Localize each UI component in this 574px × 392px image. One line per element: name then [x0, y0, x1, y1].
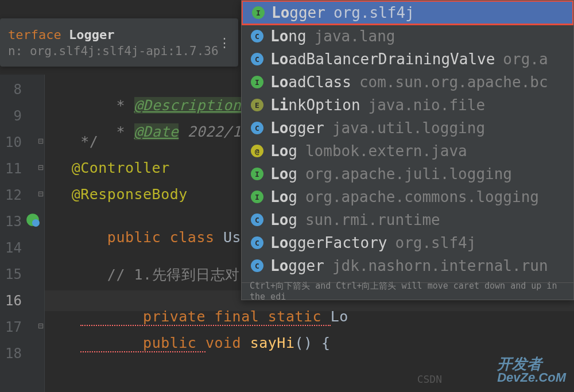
- keyword: void: [205, 335, 250, 351]
- completion-package: org.apache.commons.logging: [305, 188, 539, 205]
- kind-icon: I: [251, 191, 263, 203]
- annotation: @ResponseBody: [45, 186, 188, 203]
- watermark-line: DevZe.CoM: [497, 371, 566, 384]
- completion-item[interactable]: CLoadBalancerDrainingValveorg.a: [242, 48, 573, 71]
- line-number: 15: [0, 266, 22, 282]
- line-number: 13: [0, 214, 22, 230]
- completion-item[interactable]: CLongjava.lang: [242, 25, 573, 48]
- kind-icon: I: [251, 76, 263, 88]
- completion-package: org.slf4j: [395, 234, 476, 251]
- keyword: public: [80, 229, 170, 246]
- completion-name: LoadBalancerDrainingValve: [270, 51, 495, 68]
- line-number: 14: [0, 240, 22, 256]
- completion-name: Log: [270, 165, 297, 183]
- line-number: 9: [0, 108, 22, 124]
- code-text: () {: [294, 335, 330, 351]
- completion-package: java.util.logging: [332, 119, 485, 137]
- kind-icon: C: [251, 30, 263, 42]
- comment: // 1.先得到日志对: [45, 265, 240, 284]
- devze-watermark: 开发者 DevZe.CoM: [497, 356, 566, 384]
- keyword: public: [80, 335, 205, 352]
- completion-item[interactable]: CLoggerFactoryorg.slf4j: [242, 231, 573, 254]
- completion-hint: Ctrl+向下箭头 and Ctrl+向上箭头 will move caret …: [242, 282, 573, 300]
- fold-icon[interactable]: ⊟: [38, 188, 44, 199]
- completion-package: java.nio.file: [369, 96, 486, 114]
- kind-icon: I: [252, 6, 265, 19]
- line-number: 11: [0, 161, 22, 177]
- completion-package: org.a: [503, 51, 548, 68]
- completion-package: sun.rmi.runtime: [305, 211, 440, 228]
- line-number: 16: [0, 293, 22, 309]
- kind-icon: C: [251, 259, 263, 272]
- more-icon[interactable]: ⋮: [218, 36, 231, 50]
- completion-name: LoggerFactory: [270, 234, 387, 251]
- fold-icon[interactable]: ⊟: [38, 320, 44, 331]
- kind-icon: C: [251, 53, 263, 65]
- kind-icon: @: [251, 145, 263, 157]
- completion-item[interactable]: ILoggerorg.slf4j: [241, 0, 574, 25]
- keyword: class: [170, 229, 223, 246]
- kind-icon: C: [251, 214, 263, 226]
- svg-point-1: [32, 219, 40, 227]
- completion-item[interactable]: @Loglombok.extern.java: [242, 139, 573, 162]
- line-number: 12: [0, 187, 22, 203]
- doc-keyword: terface: [8, 28, 61, 42]
- kind-icon: C: [251, 236, 263, 249]
- completion-item[interactable]: ELinkOptionjava.nio.file: [242, 94, 573, 117]
- completion-package: org.slf4j: [333, 4, 414, 21]
- doc-source: n: org.slf4j:slf4j-api:1.7.36: [8, 44, 230, 58]
- completion-name: Log: [270, 188, 297, 205]
- quick-doc-popup: terface Logger n: org.slf4j:slf4j-api:1.…: [0, 18, 238, 67]
- kind-icon: I: [251, 168, 263, 180]
- csdn-watermark: CSDN: [417, 373, 442, 385]
- editor-gutter: 8 9 10 ⊟ 11 ⊟ 12 ⊟ 13 14 15 16 17 ⊟ 18: [0, 75, 45, 392]
- line-number: 8: [0, 81, 22, 98]
- completion-package: org.apache.juli.logging: [305, 165, 512, 183]
- fold-icon[interactable]: ⊟: [38, 135, 44, 146]
- completion-item[interactable]: CLoggerjdk.nashorn.internal.run: [242, 254, 573, 277]
- completion-item[interactable]: ILogorg.apache.juli.logging: [242, 162, 573, 185]
- completion-package: lombok.extern.java: [305, 142, 467, 160]
- kind-icon: E: [251, 99, 263, 111]
- line-number: 17: [0, 319, 22, 335]
- completion-package: jdk.nashorn.internal.run: [332, 257, 548, 274]
- completion-name: Log: [270, 211, 297, 228]
- completion-package: java.lang: [315, 28, 395, 45]
- completion-name: LoadClass: [270, 73, 351, 91]
- completion-item[interactable]: CLoggerjava.util.logging: [242, 117, 573, 139]
- annotation: @Controller: [45, 160, 170, 176]
- watermark-line: 开发者: [497, 356, 566, 371]
- completion-name: Long: [270, 28, 307, 45]
- completion-item[interactable]: ILogorg.apache.commons.logging: [242, 185, 573, 208]
- line-number: 18: [0, 346, 22, 362]
- completion-item[interactable]: ILoadClasscom.sun.org.apache.bc: [242, 71, 573, 94]
- method-name: sayHi: [250, 335, 295, 351]
- completion-package: com.sun.org.apache.bc: [359, 73, 548, 91]
- completion-name: Logger: [270, 119, 324, 137]
- code-text: */: [45, 133, 98, 150]
- controller-icon: [25, 212, 40, 227]
- completion-name: Log: [270, 142, 297, 160]
- javadoc-tag: @Date: [134, 123, 179, 140]
- completion-name: Logger: [270, 257, 324, 274]
- completion-name: Logger: [272, 4, 325, 21]
- completion-name: LinkOption: [270, 96, 360, 114]
- line-number: 10: [0, 134, 22, 150]
- doc-type-name: Logger: [69, 28, 114, 42]
- fold-icon[interactable]: ⊟: [38, 162, 44, 173]
- code-completion-popup[interactable]: ILoggerorg.slf4jCLongjava.langCLoadBalan…: [241, 0, 574, 300]
- typed-text: Lo: [331, 308, 348, 325]
- kind-icon: C: [251, 122, 263, 134]
- completion-item[interactable]: CLogsun.rmi.runtime: [242, 208, 573, 231]
